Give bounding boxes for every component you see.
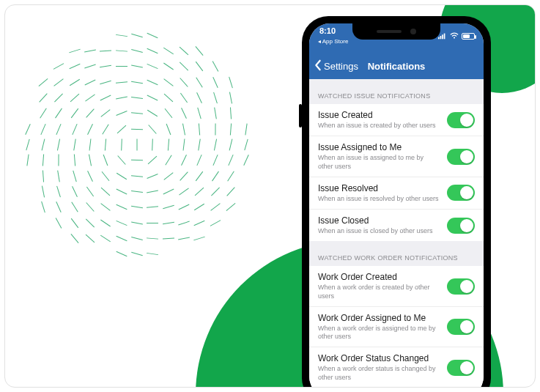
settings-row-title: Issue Assigned to Me	[318, 142, 440, 152]
settings-row: Issue Assigned to MeWhen an issue is ass…	[309, 136, 484, 177]
toggle-knob	[460, 280, 473, 293]
chevron-left-icon	[314, 59, 322, 73]
settings-row-desc: When an issue is created by other users	[318, 122, 440, 130]
settings-row: Issue ClosedWhen an issue is closed by o…	[309, 210, 484, 241]
phone-screen: 8:10 ◂ App Store Setting	[309, 23, 484, 388]
settings-row-title: Work Order Created	[318, 272, 440, 282]
svg-rect-1	[440, 36, 442, 39]
settings-row-desc: When a work order status is changed by o…	[318, 365, 440, 382]
settings-row-text: Work Order Assigned to MeWhen a work ord…	[318, 313, 440, 341]
toggle-switch[interactable]	[447, 218, 475, 234]
status-indicators	[438, 29, 475, 42]
settings-row-title: Work Order Assigned to Me	[318, 313, 440, 323]
back-button[interactable]: Settings	[309, 59, 358, 73]
phone-notch	[352, 23, 440, 40]
section-header: WATCHED ISSUE NOTIFICATIONS	[309, 79, 484, 104]
section-group: Work Order CreatedWhen a work order is c…	[309, 266, 484, 388]
settings-row: Work Order Status ChangedWhen a work ord…	[309, 347, 484, 388]
phone-frame: 8:10 ◂ App Store Setting	[302, 16, 491, 388]
settings-row-text: Issue ResolvedWhen an issue is resolved …	[318, 183, 440, 203]
settings-row-text: Issue ClosedWhen an issue is closed by o…	[318, 215, 440, 235]
toggle-knob	[460, 361, 473, 374]
decor-dash-field	[20, 27, 254, 262]
toggle-switch[interactable]	[447, 319, 475, 335]
toggle-switch[interactable]	[447, 360, 475, 376]
settings-row-desc: When an issue is closed by other users	[318, 227, 440, 235]
settings-row: Work Order CreatedWhen a work order is c…	[309, 266, 484, 307]
settings-row: Work Order Assigned to MeWhen a work ord…	[309, 307, 484, 348]
settings-row: Issue CreatedWhen an issue is created by…	[309, 104, 484, 136]
toggle-switch[interactable]	[447, 185, 475, 201]
settings-row-desc: When an issue is resolved by other users	[318, 195, 440, 203]
settings-row-title: Issue Resolved	[318, 183, 440, 193]
settings-row-title: Issue Created	[318, 110, 440, 120]
svg-rect-2	[442, 34, 443, 39]
settings-row-desc: When a work order is created by other us…	[318, 284, 440, 300]
settings-row-title: Work Order Status Changed	[318, 353, 440, 363]
settings-row-desc: When an issue is assigned to me by other…	[318, 154, 440, 171]
settings-row: Issue ResolvedWhen an issue is resolved …	[309, 177, 484, 210]
wifi-icon	[450, 29, 459, 42]
section-header: WATCHED WORK ORDER NOTIFICATIONS	[309, 241, 484, 266]
nav-bar: Settings Notifications	[309, 53, 484, 79]
toggle-knob	[460, 186, 473, 199]
battery-icon	[462, 33, 475, 40]
settings-row-text: Issue CreatedWhen an issue is created by…	[318, 110, 440, 130]
settings-row-text: Issue Assigned to MeWhen an issue is ass…	[318, 142, 440, 171]
status-app-store-back[interactable]: ◂ App Store	[318, 38, 348, 45]
settings-row-title: Issue Closed	[318, 215, 440, 226]
toggle-knob	[460, 150, 473, 163]
toggle-knob	[460, 114, 473, 127]
status-time: 8:10	[319, 26, 336, 35]
toggle-knob	[460, 320, 473, 333]
marketing-card: 8:10 ◂ App Store Setting	[4, 4, 536, 388]
back-label: Settings	[324, 61, 358, 72]
svg-point-4	[454, 37, 455, 39]
toggle-switch[interactable]	[447, 149, 475, 165]
settings-row-text: Work Order CreatedWhen a work order is c…	[318, 272, 440, 300]
settings-row-text: Work Order Status ChangedWhen a work ord…	[318, 353, 440, 382]
section-group: Issue CreatedWhen an issue is created by…	[309, 104, 484, 241]
toggle-switch[interactable]	[447, 112, 475, 128]
svg-rect-3	[444, 34, 445, 40]
svg-rect-0	[438, 37, 440, 40]
toggle-knob	[460, 219, 473, 232]
settings-row-desc: When a work order is assigned to me by o…	[318, 325, 440, 341]
toggle-switch[interactable]	[447, 278, 475, 295]
settings-list[interactable]: WATCHED ISSUE NOTIFICATIONSIssue Created…	[309, 79, 484, 388]
